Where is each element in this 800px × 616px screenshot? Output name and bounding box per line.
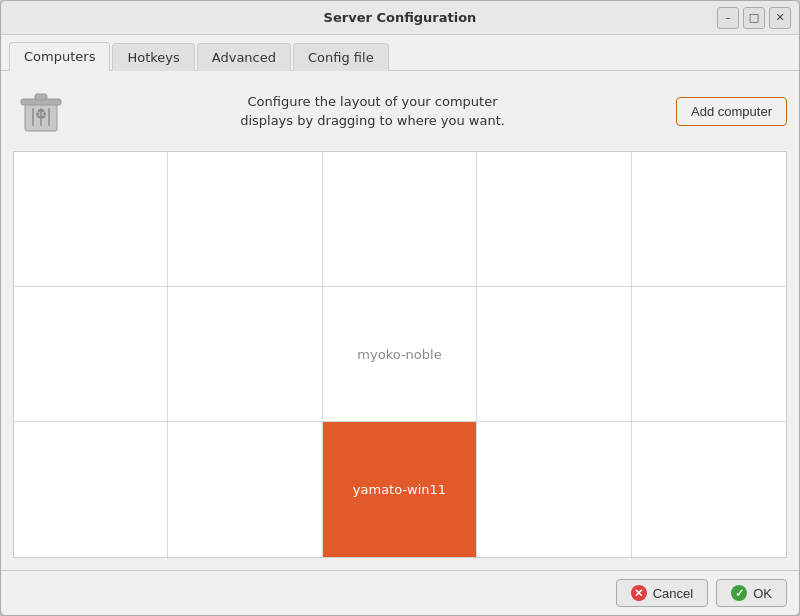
grid-cell-2-4[interactable] — [477, 287, 631, 422]
description-text: Configure the layout of your computer di… — [85, 92, 660, 131]
grid-cell-2-1[interactable] — [14, 287, 168, 422]
grid-cell-1-2[interactable] — [168, 152, 322, 287]
tab-advanced[interactable]: Advanced — [197, 43, 291, 71]
add-computer-button[interactable]: Add computer — [676, 97, 787, 126]
window-title: Server Configuration — [324, 10, 477, 25]
grid-cell-3-4[interactable] — [477, 422, 631, 557]
trash-icon: ♻ — [13, 83, 69, 139]
tab-configfile[interactable]: Config file — [293, 43, 389, 71]
grid-cell-3-1[interactable] — [14, 422, 168, 557]
titlebar-buttons: – □ ✕ — [717, 7, 791, 29]
grid-cell-1-1[interactable] — [14, 152, 168, 287]
ok-icon: ✓ — [731, 585, 747, 601]
svg-text:♻: ♻ — [35, 106, 48, 122]
close-button[interactable]: ✕ — [769, 7, 791, 29]
grid-cell-3-5[interactable] — [632, 422, 786, 557]
minimize-button[interactable]: – — [717, 7, 739, 29]
grid-cell-2-2[interactable] — [168, 287, 322, 422]
computer-grid: myoko-noble yamato-win11 — [13, 151, 787, 558]
maximize-button[interactable]: □ — [743, 7, 765, 29]
svg-rect-2 — [35, 94, 47, 100]
tabs-bar: Computers Hotkeys Advanced Config file — [1, 35, 799, 71]
tab-hotkeys[interactable]: Hotkeys — [112, 43, 194, 71]
cancel-icon: ✕ — [631, 585, 647, 601]
tab-computers[interactable]: Computers — [9, 42, 110, 71]
grid-cell-2-5[interactable] — [632, 287, 786, 422]
grid-cell-3-2[interactable] — [168, 422, 322, 557]
content-area: ♻ Configure the layout of your computer … — [1, 71, 799, 570]
top-section: ♻ Configure the layout of your computer … — [13, 83, 787, 139]
grid-cell-3-3-yamato[interactable]: yamato-win11 — [323, 422, 477, 557]
grid-cell-1-5[interactable] — [632, 152, 786, 287]
cancel-button[interactable]: ✕ Cancel — [616, 579, 708, 607]
grid-cell-1-3[interactable] — [323, 152, 477, 287]
ok-button[interactable]: ✓ OK — [716, 579, 787, 607]
grid-cell-2-3-myoko[interactable]: myoko-noble — [323, 287, 477, 422]
titlebar: Server Configuration – □ ✕ — [1, 1, 799, 35]
footer: ✕ Cancel ✓ OK — [1, 570, 799, 615]
server-config-window: Server Configuration – □ ✕ Computers Hot… — [0, 0, 800, 616]
grid-cell-1-4[interactable] — [477, 152, 631, 287]
